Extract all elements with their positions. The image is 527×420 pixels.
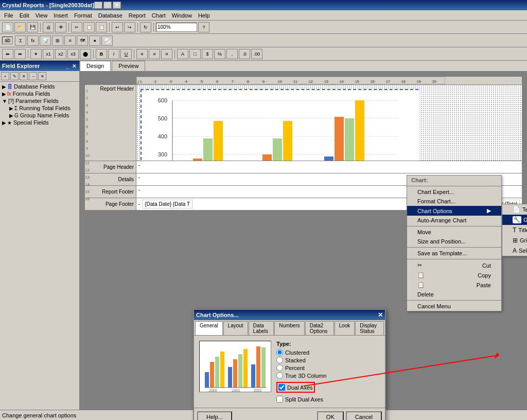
close-btn[interactable]: ✕ — [113, 2, 121, 9]
ctx-delete[interactable]: Delete — [407, 290, 501, 299]
print-btn[interactable]: 🖨 — [43, 22, 54, 32]
tb3-x1[interactable]: x1 — [43, 49, 54, 59]
menu-insert[interactable]: Insert — [50, 11, 71, 20]
font-bold[interactable]: B — [96, 49, 107, 59]
ctx-format-chart[interactable]: Format Chart... — [407, 197, 501, 206]
ctx-cut[interactable]: ✂Cut — [407, 260, 501, 270]
chart-btn[interactable]: 📈 — [101, 36, 113, 46]
minimize-btn[interactable]: _ — [94, 2, 102, 9]
menu-database[interactable]: Database — [95, 11, 126, 20]
help-btn[interactable]: Help... — [197, 411, 232, 420]
tb3-x3[interactable]: x3 — [67, 49, 79, 59]
menu-report[interactable]: Report — [126, 11, 149, 20]
dec-up[interactable]: .0 — [239, 49, 250, 59]
save-btn[interactable]: 💾 — [27, 22, 38, 32]
dual-axes-input[interactable] — [278, 384, 285, 391]
ctx-size-position[interactable]: Size and Position... — [407, 237, 501, 246]
dtab-layout[interactable]: Layout — [223, 321, 248, 335]
new-btn[interactable]: 📄 — [2, 22, 13, 32]
fe-move[interactable]: → — [29, 72, 37, 80]
ctx-auto-arrange[interactable]: Auto-Arrange Chart — [407, 216, 501, 225]
tb2-5[interactable]: ≡ — [64, 36, 76, 46]
font-italic[interactable]: I — [108, 49, 119, 59]
dtab-general[interactable]: General — [195, 321, 223, 335]
menu-window[interactable]: Window — [169, 11, 195, 20]
fe-edit[interactable]: ✎ — [10, 72, 19, 80]
dtab-display[interactable]: Display Status — [355, 321, 384, 335]
tb2-1[interactable]: Σ — [15, 36, 26, 46]
tab-design[interactable]: Design — [80, 61, 111, 71]
percent-btn[interactable]: % — [214, 49, 225, 59]
radio-percent[interactable]: Percent — [276, 364, 380, 371]
refresh-btn[interactable]: ↻ — [140, 22, 151, 32]
panel-minimize[interactable]: _ — [65, 63, 70, 69]
sub-grid[interactable]: ⊞ Grid... — [502, 235, 527, 246]
tb2-6[interactable]: 🗺 — [77, 36, 88, 46]
sub-general[interactable]: 🔧 General... — [502, 215, 527, 225]
split-dual-input[interactable] — [276, 396, 283, 402]
align-left[interactable]: ≡ — [136, 49, 148, 59]
tb3-star[interactable]: ✦ — [30, 49, 42, 59]
fe-delete[interactable]: ✕ — [20, 72, 28, 80]
ctx-chart-options[interactable]: Chart Options ▶ — [407, 206, 501, 216]
fe-db-fields[interactable]: ▶ 🗄 Database Fields — [1, 83, 78, 90]
font-underline[interactable]: U — [120, 49, 132, 59]
fe-new[interactable]: + — [1, 72, 9, 80]
chart-object[interactable]: 0 100 200 300 400 500 600 — [140, 89, 418, 161]
sub-template[interactable]: 📄 Template — [502, 204, 527, 215]
font-color[interactable]: A — [177, 49, 188, 59]
menu-edit[interactable]: Edit — [16, 11, 32, 20]
redo-btn[interactable]: ↪ — [124, 22, 135, 32]
copy-btn[interactable]: 📋 — [83, 22, 95, 32]
dialog-close-btn[interactable]: ✕ — [378, 311, 383, 319]
maximize-btn[interactable]: □ — [103, 2, 112, 9]
paste-btn[interactable]: 📋 — [96, 22, 107, 32]
help-btn[interactable]: ? — [198, 22, 209, 32]
cancel-btn[interactable]: Cancel — [346, 411, 382, 420]
border-btn[interactable]: □ — [189, 49, 201, 59]
split-dual-axes-checkbox[interactable]: Split Dual Axes — [276, 396, 380, 402]
ctx-paste[interactable]: 📋Paste — [407, 280, 501, 290]
dollar-btn[interactable]: $ — [202, 49, 213, 59]
ctx-move[interactable]: Move — [407, 227, 501, 237]
radio-true3d[interactable]: True 3D Column — [276, 372, 380, 379]
tb2-4[interactable]: ⊞ — [52, 36, 63, 46]
menu-view[interactable]: View — [32, 11, 51, 20]
menu-file[interactable]: File — [1, 11, 16, 20]
cut-btn[interactable]: ✂ — [71, 22, 82, 32]
sub-title[interactable]: T Title... — [502, 225, 527, 235]
dtab-look[interactable]: Look — [335, 321, 355, 335]
undo-btn[interactable]: ↩ — [112, 22, 123, 32]
dual-axes-checkbox[interactable]: Dual Axes — [276, 382, 315, 393]
fe-special-fields[interactable]: ▶ ★ Special Fields — [1, 119, 78, 126]
tb2-7[interactable]: ● — [89, 36, 100, 46]
tb3-2[interactable]: ➡ — [14, 49, 26, 59]
ctx-chart-expert[interactable]: Chart Expert... — [407, 187, 501, 197]
zoom-input[interactable] — [156, 23, 197, 32]
align-right[interactable]: ≡ — [161, 49, 172, 59]
fe-running-total[interactable]: ▶ Σ Running Total Fields — [1, 104, 78, 112]
panel-close[interactable]: ✕ — [71, 63, 77, 69]
dtab-data-labels[interactable]: Data Labels — [249, 321, 274, 335]
ctx-cancel[interactable]: Cancel Menu — [407, 302, 501, 311]
menu-help[interactable]: Help — [195, 11, 213, 20]
ctx-copy[interactable]: 📋Copy — [407, 270, 501, 280]
ok-btn[interactable]: OK — [317, 411, 344, 420]
tb3-x2[interactable]: x2 — [55, 49, 66, 59]
open-btn[interactable]: 📂 — [14, 22, 26, 32]
tab-preview[interactable]: Preview — [112, 61, 145, 71]
dec-down[interactable]: .00 — [251, 49, 262, 59]
ctx-save-template[interactable]: Save as Template... — [407, 249, 501, 258]
menu-format[interactable]: Format — [71, 11, 95, 20]
comma-btn[interactable]: , — [226, 49, 238, 59]
tb2-2[interactable]: fx — [27, 36, 39, 46]
radio-stacked[interactable]: Stacked — [276, 357, 380, 363]
dtab-data2[interactable]: Data2 Options — [305, 321, 334, 335]
fe-close[interactable]: ✕ — [38, 72, 46, 80]
preview-btn[interactable]: 👁 — [55, 22, 66, 32]
radio-clustered[interactable]: Clustered — [276, 349, 380, 356]
fe-param-fields[interactable]: ▼ [?] Parameter Fields — [1, 97, 78, 104]
dtab-numbers[interactable]: Numbers — [274, 321, 305, 335]
menu-chart[interactable]: Chart — [149, 11, 169, 20]
sub-selected-item[interactable]: A Selected Item... — [502, 246, 527, 256]
